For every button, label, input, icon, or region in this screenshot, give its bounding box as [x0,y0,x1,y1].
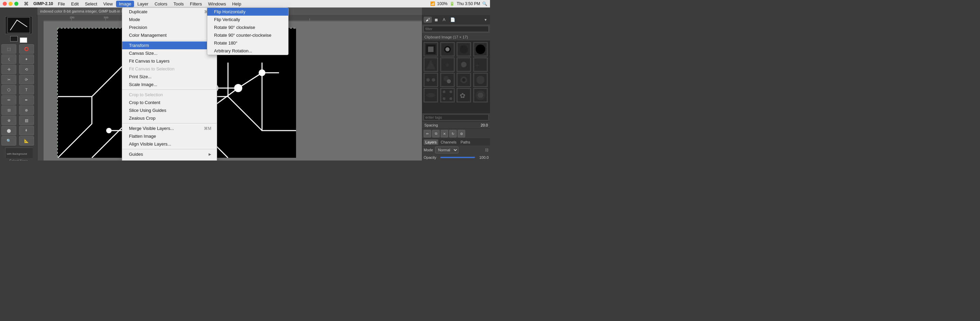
tab-layers[interactable]: Layers [424,140,438,145]
transform-submenu[interactable]: Flip Horizontally Flip Vertically Rotate… [207,8,288,55]
brush-item[interactable]: + [473,57,488,72]
apple-menu[interactable]: ⌘ [21,1,31,6]
mode-select[interactable]: Normal Multiply Screen [435,146,458,153]
tool-move[interactable]: ✛ [2,65,16,74]
menu-item-precision[interactable]: Precision ▶ [122,24,217,31]
menu-help[interactable]: Help [229,1,244,7]
opacity-slider[interactable] [440,157,475,158]
tool-align[interactable]: ⟲ [19,65,34,74]
menu-item-rotate-90-cw[interactable]: Rotate 90° clockwise [207,24,288,31]
tab-channels[interactable]: Channels [439,140,458,145]
menu-item-crop-to-content[interactable]: Crop to Content [122,99,217,106]
brush-item[interactable] [424,57,438,72]
menu-item-mode[interactable]: Mode ▶ [122,16,217,24]
tool-zoom[interactable]: 🔍 [2,136,16,146]
tool-colorpicker[interactable]: 🖈 [19,126,34,135]
menu-item-rotate-180[interactable]: Rotate 180° [207,39,288,47]
menu-item-label: Slice Using Guides [129,108,166,113]
maximize-button[interactable] [14,2,18,6]
documents-tab[interactable]: 📄 [448,17,457,23]
tool-paintbrush[interactable]: ✏ [2,95,16,105]
menu-item-merge-visible-layers[interactable]: Merge Visible Layers... ⌘M [122,124,217,132]
tool-crop[interactable]: ✂ [2,75,16,84]
patterns-tab[interactable]: ◼ [433,17,440,23]
menu-shortcut: ⌘M [204,126,211,131]
tool-rotate[interactable]: ⟳ [19,75,34,84]
menu-item-flip-horizontally[interactable]: Flip Horizontally [207,8,288,16]
menu-item-flatten-image[interactable]: Flatten Image [122,132,217,140]
menu-item-color-management[interactable]: Color Management ▶ [122,31,217,39]
tool-selection-rect[interactable]: ⬚ [2,44,16,54]
menu-item-configure-grid[interactable]: Configure Grid... [122,158,217,160]
svg-point-36 [259,69,266,76]
menu-layer[interactable]: Layer [135,1,151,7]
brush-item[interactable]: ★ [440,57,455,72]
brush-item[interactable] [440,73,455,87]
brush-item[interactable] [440,88,455,102]
menu-image[interactable]: Image [116,1,134,7]
tool-heal[interactable]: ⊗ [2,116,16,125]
menu-item-zealous-crop[interactable]: Zealous Crop [122,114,217,122]
tool-text[interactable]: T [19,85,34,95]
brush-item[interactable] [473,42,488,56]
brush-item[interactable] [424,88,438,102]
brush-delete-icon[interactable]: ✕ [441,130,448,137]
image-dropdown-menu[interactable]: Duplicate ⌘D Mode ▶ Precision ▶ Color Ma… [122,8,217,160]
tool-eraser[interactable]: ⊟ [2,105,16,115]
tool-bucket[interactable]: ⬤ [2,126,16,135]
search-icon[interactable]: 🔍 [482,2,487,6]
gimp-app-name[interactable]: GIMP-2.10 [32,2,54,6]
menu-tools[interactable]: Tools [171,1,186,7]
brush-item[interactable] [424,42,438,56]
menu-edit[interactable]: Edit [68,1,81,7]
tags-input[interactable] [424,114,488,120]
brush-item[interactable] [424,73,438,87]
brush-item[interactable] [473,88,488,102]
menu-select[interactable]: Select [82,1,100,7]
brush-item[interactable] [457,73,471,87]
tool-selection-ellipse[interactable]: ⭕ [19,44,34,54]
menu-item-fit-canvas-to-layers[interactable]: Fit Canvas to Layers [122,57,217,65]
menu-item-flip-vertically[interactable]: Flip Vertically [207,16,288,24]
tool-measure[interactable]: 📐 [19,136,34,146]
tool-clone[interactable]: ⊕ [19,105,34,115]
tab-paths[interactable]: Paths [459,140,472,145]
menu-colors[interactable]: Colors [152,1,170,7]
menu-windows[interactable]: Windows [205,1,229,7]
tool-fuzzy-select[interactable]: ✦ [19,54,34,64]
menu-item-transform[interactable]: Transform ▶ [122,41,217,49]
brush-refresh-icon[interactable]: ↻ [449,130,457,137]
brush-item[interactable] [457,42,471,56]
brush-edit-icon[interactable]: ✏ [424,130,431,137]
brush-settings-icon[interactable]: ⚙ [458,130,465,137]
menu-item-duplicate[interactable]: Duplicate ⌘D [122,8,217,16]
brushes-tab[interactable]: 🖌 [424,17,432,23]
fg-color-swatch[interactable] [10,36,18,41]
menu-item-canvas-size[interactable]: Canvas Size... [122,49,217,57]
menu-view[interactable]: View [101,1,116,7]
brush-item[interactable] [473,73,488,87]
tool-lasso[interactable]: ☇ [2,54,16,64]
brush-duplicate-icon[interactable]: ⧉ [432,130,440,137]
panel-config-button[interactable]: ▾ [482,17,488,23]
brush-item[interactable] [457,57,471,72]
minimize-button[interactable] [8,2,13,6]
bg-color-swatch[interactable] [20,37,27,43]
menu-item-arbitrary-rotation[interactable]: Arbitrary Rotation... [207,47,288,55]
brush-filter-input[interactable] [424,26,488,32]
tool-paths[interactable]: ⬡ [2,85,16,95]
tool-blend[interactable]: ▧ [19,116,34,125]
close-button[interactable] [3,2,7,6]
fonts-tab[interactable]: A [441,17,447,23]
menu-file[interactable]: File [55,1,68,7]
menu-item-print-size[interactable]: Print Size... [122,73,217,81]
menu-item-rotate-90-ccw[interactable]: Rotate 90° counter-clockwise [207,31,288,39]
menu-filters[interactable]: Filters [187,1,205,7]
brush-item[interactable]: ✿ [457,88,471,102]
menu-item-scale-image[interactable]: Scale Image... [122,81,217,88]
menu-item-align-visible-layers[interactable]: Align Visible Layers... [122,140,217,148]
tool-pencil[interactable]: ✒ [19,95,34,105]
brush-item[interactable] [440,42,455,56]
menu-item-slice-using-guides[interactable]: Slice Using Guides [122,106,217,114]
menu-item-guides[interactable]: Guides ▶ [122,150,217,158]
